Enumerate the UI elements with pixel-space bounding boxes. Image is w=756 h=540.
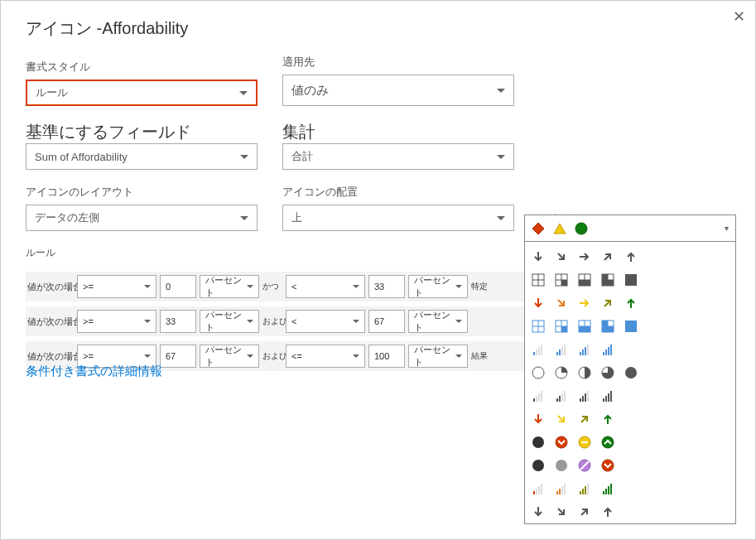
chevron-down-icon: ▾ [725, 224, 729, 233]
rule-v1-input[interactable]: 33 [160, 310, 196, 333]
format-style-select[interactable]: ルール [26, 80, 258, 106]
style-dropdown[interactable]: ▾ [524, 215, 736, 524]
rule-op1-select[interactable]: >= [77, 275, 156, 298]
svg-rect-94 [585, 486, 586, 494]
style-option-quadrants-blue[interactable] [528, 315, 732, 338]
rule-op2-select[interactable]: < [286, 275, 365, 298]
tc-black-icon [530, 457, 547, 474]
arrow-right-yellow-icon [576, 295, 593, 311]
rule-unit2-select[interactable]: パーセント [408, 345, 468, 368]
svg-rect-42 [559, 350, 561, 355]
svg-rect-46 [582, 350, 584, 355]
quad-b-1-icon [553, 318, 570, 335]
svg-rect-64 [561, 393, 563, 402]
apply-to-select[interactable]: 値のみ [282, 75, 514, 106]
pie-50-icon [576, 364, 593, 381]
rule-op1-select[interactable]: >= [77, 310, 156, 333]
summarization-select[interactable]: 合計 [282, 143, 514, 170]
style-option-arrows-gray4[interactable] [528, 500, 732, 523]
svg-rect-93 [582, 489, 584, 494]
arrow-dr-orange-icon [553, 295, 570, 311]
svg-rect-73 [610, 391, 612, 402]
svg-rect-59 [536, 396, 537, 402]
style-selected-row[interactable]: ▾ [525, 215, 735, 242]
bars-3-icon [576, 341, 593, 358]
rule-op2-select[interactable]: < [286, 310, 365, 333]
style-dropdown-list[interactable] [525, 242, 735, 523]
svg-rect-24 [561, 326, 567, 332]
tc-purple-icon [576, 457, 593, 474]
rule-unit2-select[interactable]: パーセント [408, 310, 468, 333]
arrow-ur-olive-icon [600, 295, 616, 311]
svg-rect-71 [605, 396, 607, 402]
svg-rect-65 [564, 391, 566, 402]
rule-result: 結果 [471, 350, 491, 362]
arrow-up-right-icon [600, 248, 616, 265]
rule-unit1-select[interactable]: パーセント [200, 345, 259, 368]
style-option-bars-colored[interactable] [528, 477, 732, 500]
bars-4-icon [600, 341, 616, 358]
svg-rect-87 [541, 484, 542, 494]
svg-point-83 [602, 460, 614, 471]
apply-to-label: 適用先 [282, 55, 514, 70]
quad-full-icon [623, 272, 639, 288]
rule-v1-input[interactable]: 0 [160, 275, 196, 298]
svg-rect-70 [603, 398, 604, 402]
c4-red-icon [553, 434, 570, 451]
rule-unit2-select[interactable]: パーセント [408, 275, 468, 298]
style-option-arrows-colored[interactable] [528, 292, 732, 315]
chevron-down-icon [497, 89, 505, 93]
style-option-bars-gray[interactable] [528, 384, 732, 407]
svg-rect-37 [533, 352, 535, 355]
svg-rect-51 [608, 347, 609, 355]
based-on-field-label: 基準にするフィールド [26, 123, 191, 141]
rule-v2-input[interactable]: 67 [368, 310, 405, 333]
svg-rect-61 [541, 391, 542, 402]
style-option-quadrants-gray[interactable] [528, 268, 732, 292]
svg-point-79 [532, 460, 544, 471]
svg-rect-97 [605, 489, 607, 494]
arrow-down-red-icon [530, 295, 547, 311]
quad-2-icon [576, 272, 593, 288]
chevron-down-icon [497, 155, 505, 159]
svg-rect-39 [538, 347, 540, 355]
svg-rect-86 [538, 486, 540, 494]
pie-25-icon [553, 364, 570, 381]
diamond-red-icon [532, 222, 545, 235]
rule-mid: および [262, 316, 282, 327]
svg-rect-95 [587, 484, 589, 494]
dialog-title: アイコン -Affordability [26, 17, 730, 40]
style-option-circles-4[interactable] [528, 431, 732, 454]
rule-v2-input[interactable]: 100 [368, 345, 405, 368]
circle-green-icon [575, 222, 588, 235]
icon-alignment-select[interactable]: 上 [282, 205, 514, 231]
svg-point-75 [556, 436, 567, 448]
ar4-down-icon [530, 411, 547, 427]
style-option-traffic[interactable] [528, 454, 732, 477]
rule-op2-select[interactable]: <= [286, 345, 365, 368]
gbars-4-icon [600, 388, 616, 404]
ag4-ur-icon [576, 504, 593, 520]
rule-mid: および [262, 350, 282, 362]
close-button[interactable]: ✕ [733, 7, 745, 26]
icon-layout-select[interactable]: データの左側 [26, 205, 258, 231]
style-option-arrows-4color[interactable] [528, 407, 732, 431]
svg-rect-47 [585, 347, 586, 355]
style-option-bars-blue[interactable] [528, 338, 732, 361]
rule-v2-input[interactable]: 33 [368, 275, 405, 298]
rule-v1-input[interactable]: 67 [160, 345, 196, 368]
rule-unit1-select[interactable]: パーセント [200, 310, 259, 333]
svg-rect-90 [561, 486, 563, 494]
style-option-arrows-gray[interactable] [528, 245, 732, 268]
learn-more-link[interactable]: 条件付き書式の詳細情報 [26, 364, 162, 379]
ar4-ur-icon [576, 411, 593, 427]
svg-rect-52 [610, 345, 612, 355]
rule-prefix: 値が次の場合 [27, 281, 74, 293]
based-on-field-select[interactable]: Sum of Affordability [26, 143, 258, 170]
rule-unit1-select[interactable]: パーセント [200, 275, 259, 298]
svg-rect-62 [556, 398, 558, 402]
gbars-3-icon [576, 388, 593, 404]
style-option-pies[interactable] [528, 361, 732, 384]
svg-rect-44 [564, 345, 566, 355]
svg-rect-58 [533, 398, 535, 402]
